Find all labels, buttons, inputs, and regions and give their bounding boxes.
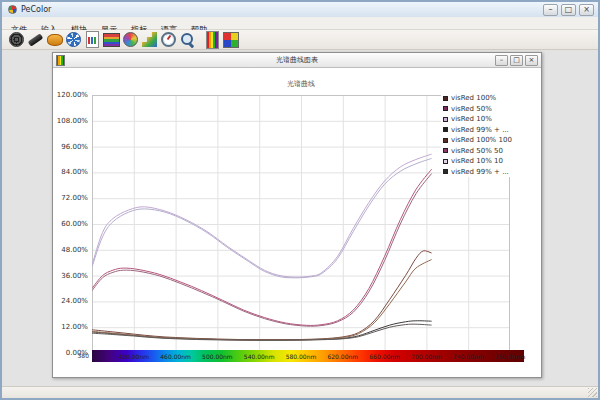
main-window: PeColor – □ × 文件输入模块显示指标语言帮助 光谱曲线图表 – □ …	[0, 0, 600, 400]
legend-label: visRed 99% + ...	[451, 126, 509, 134]
legend-swatch	[443, 96, 448, 101]
sphere-icon[interactable]	[122, 31, 139, 48]
series-curve	[92, 324, 432, 340]
status-bar	[2, 386, 598, 398]
x-tick-label: 580.00nm	[286, 353, 317, 360]
legend-swatch	[443, 106, 448, 111]
y-tick-label: 0.00%	[53, 349, 88, 357]
chart-area: 光谱曲线 380 420.00nm460.00nm500.00nm540.00n…	[53, 68, 541, 377]
legend-label: visRed 10% 10	[451, 157, 503, 165]
y-tick-label: 60.00%	[53, 220, 88, 228]
legend-swatch	[443, 127, 448, 132]
y-tick-label: 84.00%	[53, 168, 88, 176]
y-tick-label: 24.00%	[53, 297, 88, 305]
close-button[interactable]: ×	[579, 4, 594, 16]
target-icon[interactable]	[8, 31, 25, 48]
legend-label: visRed 99% + ...	[451, 168, 509, 176]
y-tick-label: 120.00%	[53, 91, 88, 99]
legend-entry: visRed 99% + ...	[443, 167, 537, 178]
y-tick-label: 96.00%	[53, 143, 88, 151]
x-tick-label: 660.00nm	[369, 353, 400, 360]
y-tick-label: 72.00%	[53, 194, 88, 202]
legend-swatch	[443, 138, 448, 143]
chart-title: 光谱曲线	[92, 79, 510, 89]
series-curve	[92, 158, 432, 277]
y-tick-label: 48.00%	[53, 246, 88, 254]
legend-entry: visRed 10%	[443, 114, 537, 125]
x-tick-label: 420.00nm	[118, 353, 149, 360]
x-tick-label: 700.00nm	[411, 353, 442, 360]
chart-window: 光谱曲线图表 – □ × 光谱曲线 380 420.00nm460.00nm50…	[52, 52, 542, 378]
steps-icon[interactable]	[141, 31, 158, 48]
window-title: PeColor	[21, 5, 543, 14]
legend-entry: visRed 50% 50	[443, 146, 537, 157]
y-tick-label: 12.00%	[53, 323, 88, 331]
x-tick-label: 780.00nm	[495, 353, 526, 360]
x-tick-label: 540.00nm	[244, 353, 275, 360]
aperture-icon[interactable]	[65, 31, 82, 48]
x-tick-label: 740.00nm	[453, 353, 484, 360]
legend-label: visRed 50%	[451, 105, 492, 113]
legend-entry: visRed 10% 10	[443, 156, 537, 167]
legend-swatch	[443, 117, 448, 122]
layers-icon[interactable]	[103, 31, 120, 48]
x-tick-label: 620.00nm	[327, 353, 358, 360]
x-tick-label: 500.00nm	[202, 353, 233, 360]
maximize-button[interactable]: □	[561, 4, 576, 16]
legend-entry: visRed 100%	[443, 93, 537, 104]
gauge-icon[interactable]	[160, 31, 177, 48]
chart-window-titlebar[interactable]: 光谱曲线图表 – □ ×	[53, 53, 541, 68]
legend-entry: visRed 99% + ...	[443, 125, 537, 136]
legend-swatch	[443, 169, 448, 174]
chart-close-button[interactable]: ×	[525, 55, 538, 66]
folder-icon[interactable]	[46, 31, 63, 48]
legend-label: visRed 50% 50	[451, 147, 503, 155]
spectrum-color-bar: 420.00nm460.00nm500.00nm540.00nm580.00nm…	[92, 350, 524, 362]
legend-swatch	[443, 159, 448, 164]
toolbar	[2, 30, 598, 50]
app-icon	[8, 5, 17, 14]
menu-bar: 文件输入模块显示指标语言帮助	[2, 17, 598, 30]
minimize-button[interactable]: –	[543, 4, 558, 16]
chart-window-title: 光谱曲线图表	[53, 55, 541, 65]
report-icon[interactable]	[84, 31, 101, 48]
legend-entry: visRed 100% 100	[443, 135, 537, 146]
magnifier-icon[interactable]	[179, 31, 196, 48]
main-titlebar[interactable]: PeColor – □ ×	[2, 2, 598, 17]
chart-minimize-button[interactable]: –	[495, 55, 508, 66]
legend-label: visRed 10%	[451, 115, 492, 123]
legend-swatch	[443, 148, 448, 153]
legend-label: visRed 100% 100	[451, 136, 512, 144]
x-tick-label: 460.00nm	[160, 353, 191, 360]
eraser-icon[interactable]	[27, 31, 44, 48]
legend: visRed 100%visRed 50%visRed 10%visRed 99…	[441, 93, 537, 177]
colorgrid-icon[interactable]	[222, 31, 239, 48]
mdi-area: 光谱曲线图表 – □ × 光谱曲线 380 420.00nm460.00nm50…	[2, 50, 598, 386]
rainbow-icon[interactable]	[203, 31, 220, 48]
y-tick-label: 108.00%	[53, 117, 88, 125]
y-tick-label: 36.00%	[53, 272, 88, 280]
legend-label: visRed 100%	[451, 94, 496, 102]
chart-maximize-button[interactable]: □	[510, 55, 523, 66]
legend-entry: visRed 50%	[443, 104, 537, 115]
